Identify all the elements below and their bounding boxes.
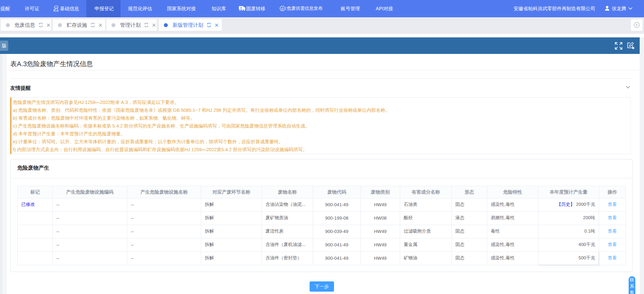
svg-text:企: 企 — [281, 7, 284, 11]
